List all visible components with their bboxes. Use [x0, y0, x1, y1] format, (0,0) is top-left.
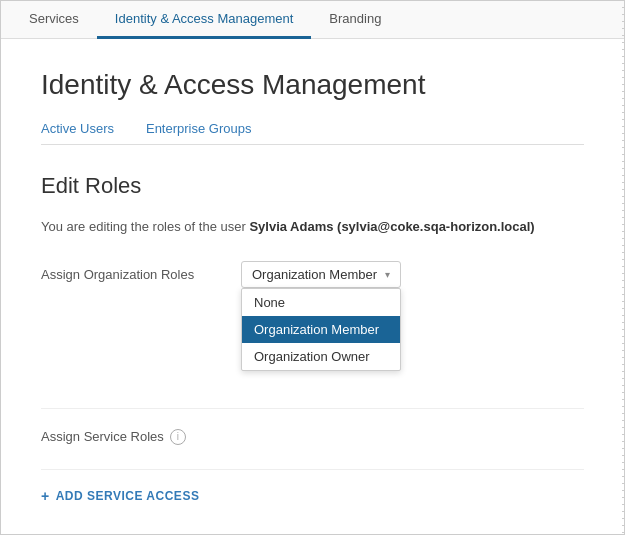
add-service-label: ADD SERVICE ACCESS: [56, 489, 200, 503]
dropdown-option-none[interactable]: None: [242, 289, 400, 316]
dropdown-option-org-owner[interactable]: Organization Owner: [242, 343, 400, 370]
sub-tabs: Active Users Enterprise Groups: [41, 115, 584, 145]
main-content: Identity & Access Management Active User…: [1, 39, 624, 534]
tab-services[interactable]: Services: [11, 1, 97, 39]
nav-tabs: Services Identity & Access Management Br…: [1, 1, 624, 39]
description-prefix: You are editing the roles of the user: [41, 219, 249, 234]
org-roles-dropdown[interactable]: Organization Member ▾: [241, 261, 401, 288]
info-icon[interactable]: i: [170, 429, 186, 445]
dropdown-selected-value: Organization Member: [252, 267, 377, 282]
chevron-down-icon: ▾: [385, 269, 390, 280]
user-name: Sylvia Adams (sylvia@coke.sqa-horizon.lo…: [249, 219, 534, 234]
plus-icon: +: [41, 488, 50, 504]
tab-iam[interactable]: Identity & Access Management: [97, 1, 311, 39]
org-roles-label: Assign Organization Roles: [41, 261, 241, 282]
sub-tab-active-users[interactable]: Active Users: [41, 115, 130, 144]
tab-branding[interactable]: Branding: [311, 1, 399, 39]
page-title: Identity & Access Management: [41, 69, 584, 101]
section-title: Edit Roles: [41, 173, 584, 199]
dropdown-option-org-member[interactable]: Organization Member: [242, 316, 400, 343]
org-roles-dropdown-wrapper: Organization Member ▾ None Organization …: [241, 261, 401, 288]
add-service-button[interactable]: + ADD SERVICE ACCESS: [41, 488, 584, 504]
sub-tab-enterprise-groups[interactable]: Enterprise Groups: [146, 115, 268, 144]
edit-description: You are editing the roles of the user Sy…: [41, 217, 584, 237]
section-divider: [41, 408, 584, 409]
org-roles-row: Assign Organization Roles Organization M…: [41, 261, 584, 288]
service-roles-label: Assign Service Roles: [41, 429, 164, 444]
org-roles-dropdown-menu: None Organization Member Organization Ow…: [241, 288, 401, 371]
app-window: Services Identity & Access Management Br…: [0, 0, 625, 535]
service-roles-row: Assign Service Roles i: [41, 429, 584, 445]
section-divider-2: [41, 469, 584, 470]
